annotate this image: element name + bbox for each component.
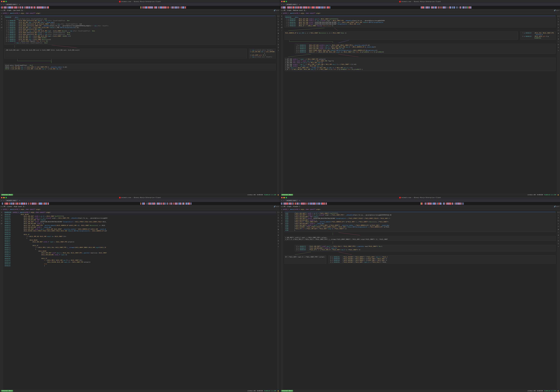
basic-block[interactable]: 12@00406175/*HLIL_VAR_INIT*/ void* eax_5… <box>295 245 556 251</box>
view-dropdown[interactable]: Linear <box>7 206 13 207</box>
sidebar-tool-icon[interactable]: ⊕ <box>1 21 2 23</box>
link-icon[interactable]: 🔗 <box>274 206 276 207</box>
code-line[interactable]: 00406184 if ({HLIL_CMP_E {HLIL_VAR eax_5… <box>4 259 276 261</box>
menu-icon[interactable]: ≡ <box>558 10 559 11</box>
code-line[interactable]: 10@00406130{MLIL_SET_VAR int32_t eax_2 =… <box>296 46 555 48</box>
entropy-map[interactable] <box>0 6 280 9</box>
basic-block[interactable]: L_SET_VAR int32_t* inptr = {MLIL_CONST_P… <box>284 58 556 71</box>
view-mode-icon[interactable]: ◎ <box>2 10 3 11</box>
code-line[interactable]: 0040614c {HLIL_VAR_INIT int32_t* inptr =… <box>4 241 276 243</box>
code-line[interactable]: 6136/*HLIL_ASSIGN*/ /*HLIL_STRUCT_FIELD*… <box>285 226 555 228</box>
menu-icon[interactable]: ≡ <box>278 206 279 207</box>
view-mode-icon[interactable]: ◎ <box>282 206 283 207</box>
function-header-row[interactable]: 00406100 int32_t _main(int32_t argc, cha… <box>4 211 276 213</box>
sidebar-tool-icon[interactable]: Q <box>558 47 559 48</box>
home-icon[interactable]: ⊡ <box>1 10 2 11</box>
file-tab[interactable]: animals.exe <box>5 3 18 5</box>
code-line[interactable]: 14@00406184/*HLIL_IF*/ if (/*HLIL_CMP_E*… <box>296 249 555 251</box>
minimize-icon[interactable] <box>283 197 285 198</box>
forward-icon[interactable]: → <box>283 199 284 201</box>
code-line[interactable]: 12@00406175/*HLIL_VAR_INIT*/ void* eax_5… <box>296 245 555 247</box>
code-line[interactable]: 6@00406111{LLIL_SET_REG esp = {LLIL_SUB … <box>5 30 275 32</box>
filetype-dropdown[interactable]: PE <box>4 206 7 207</box>
code-line[interactable]: 6110/*HLIL_VAR_DECLARE*/ TEB* fsbase; <box>285 216 555 218</box>
back-icon[interactable]: ← <box>281 199 282 201</box>
sidebar-tool-icon[interactable]: ▤ <box>1 18 2 20</box>
sidebar-tool-icon[interactable]: ⊕ <box>278 223 279 225</box>
sidebar-tool-icon[interactable]: ▣ <box>278 228 279 230</box>
file-tab[interactable]: animals.exe <box>285 199 298 202</box>
code-line[interactable]: 00406129 {HLIL_VAR_DECLARE int32_t __sav… <box>4 226 276 228</box>
link-icon[interactable]: 🔗 <box>554 206 556 207</box>
code-line[interactable]: // esp at block exit: StackFrameOffset: … <box>5 42 275 44</box>
sidebar-tool-icon[interactable]: TI <box>277 24 279 26</box>
function-signature[interactable]: ⊘ int32_t _main(int32_t argc, char const… <box>280 12 560 15</box>
code-line[interactable]: 9@00406119{LLIL_SET_REG edi = {LLIL_ADD … <box>5 35 275 37</box>
code-line[interactable]: 2@0040610a{MLIL_SET_VAR struct _EXCEPTIO… <box>285 22 555 23</box>
sidebar-tool-icon[interactable]: 〰 <box>558 237 559 239</box>
code-line[interactable]: 00406184 { <box>4 265 276 267</box>
sidebar-tool-icon[interactable]: TI <box>277 220 279 222</box>
function-signature[interactable]: ⊘ int32_t _main(int32_t argc, char const… <box>0 12 280 15</box>
filetype-dropdown[interactable]: PE <box>284 206 287 207</box>
basic-block[interactable]: L_VAR_INIT*/ int32_t* inptr = /*HLIL_CON… <box>284 236 556 241</box>
code-line[interactable]: 8@00406129{MLIL_GOTO goto 9 @ 0x40612b} <box>521 36 555 39</box>
minimize-icon[interactable] <box>3 197 5 198</box>
minimize-icon[interactable] <box>283 1 285 2</box>
code-line[interactable]: 004061a0 {HLIL_ASSIGN {HLIL_VAR inptr_9}… <box>4 261 276 263</box>
sidebar-tool-icon[interactable]: ▢ <box>558 35 559 37</box>
sidebar-tool-icon[interactable]: R <box>278 21 279 23</box>
sidebar-tool-icon[interactable]: {x} <box>557 15 560 17</box>
il-dropdown[interactable]: Low Level IL <box>13 10 24 11</box>
basic-block[interactable]: 00406100_main: 0@00406103{MLIL_SET_VAR i… <box>284 16 556 28</box>
filetype-dropdown[interactable]: PE <box>4 10 7 11</box>
view-dropdown[interactable]: Graph <box>287 206 293 207</box>
layout-icon[interactable]: ▤ <box>277 206 277 207</box>
sidebar-tool-icon[interactable]: 〰 <box>278 237 279 239</box>
link-icon[interactable]: 🔗 <box>274 10 276 11</box>
layout-icon[interactable]: ▤ <box>277 10 277 11</box>
sidebar-tool-icon[interactable]: 〰 <box>278 41 279 43</box>
sidebar-tool-icon[interactable]: L <box>558 18 559 20</box>
code-line[interactable]: 00406171 if ({HLIL_CMP_E {HLIL_CALL {HLI… <box>4 247 276 249</box>
sidebar-tool-icon[interactable]: AP <box>1 223 2 225</box>
code-line[interactable]: 2@00406103{LLIL_PUSH push({LLIL_ZX zx.d(… <box>5 23 275 25</box>
sidebar-tool-icon[interactable]: ▣ <box>558 32 559 34</box>
sidebar-tool-icon[interactable]: L <box>278 18 279 20</box>
sidebar-tool-icon[interactable]: 🏷 <box>558 29 559 31</box>
home-icon[interactable]: ⊡ <box>1 206 2 207</box>
il-dropdown[interactable]: High Level IL <box>14 206 26 207</box>
code-line[interactable]: // esp at block entry: StackFrameOffset:… <box>5 18 275 20</box>
code-line[interactable]: 0040614c {HLIL_BLOCK <box>4 239 276 241</box>
code-line[interactable]: 6140/*HLIL_IF*/ if (/*HLIL_CMP_SGE*/ /*H… <box>285 228 555 230</box>
file-tab[interactable]: animals.exe <box>285 3 298 5</box>
filetype-dropdown[interactable]: PE <box>284 10 287 11</box>
sidebar-tool-icon[interactable]: R <box>558 217 559 219</box>
maximize-icon[interactable] <box>5 197 7 198</box>
close-icon[interactable] <box>1 1 2 2</box>
code-line[interactable]: 6129/*HLIL_VAR_DECLARE*/ int32_t s; <box>285 219 555 221</box>
sidebar-tool-icon[interactable]: AP <box>281 223 283 225</box>
code-line[interactable]: 6130/*HLIL_VAR_INIT*/ int32_t eax_2 = /*… <box>285 225 555 226</box>
code-line[interactable]: 00406110 {HLIL_VAR_DECLARE TEB* fsbase} <box>4 219 276 221</box>
code-line[interactable]: 4@0040610a{LLIL_SET_REG eax = {LLIL_LOAD… <box>5 27 275 29</box>
view-mode-icon[interactable]: ◎ <box>282 10 283 11</box>
layout-icon[interactable]: ▤ <box>557 10 558 11</box>
new-tab-icon[interactable]: + <box>299 3 300 6</box>
sidebar-tool-icon[interactable]: ⊕ <box>281 217 282 219</box>
code-line[interactable]: 13@00406140{MLIL_IF if ({MLIL_CMP_SGE {M… <box>296 51 555 53</box>
sidebar-tool-icon[interactable]: ▣ <box>558 228 559 230</box>
code-line[interactable]: 7@00406129{MLIL_CALL {MLIL_CONST_PTR __b… <box>521 32 555 36</box>
sidebar-tool-icon[interactable]: L <box>558 214 559 216</box>
new-tab-icon[interactable]: + <box>19 3 20 6</box>
sidebar-tool-icon[interactable]: ▤ <box>1 214 2 216</box>
code-line[interactable]: 00406140 if ({HLIL_CMP_SGE {HLIL_VAR arg… <box>4 236 276 237</box>
code-line[interactable]: 1@00406101{LLIL_SET_REG ebp = {LLIL_REG … <box>5 22 275 23</box>
code-line[interactable]: 5@00406110{LLIL_PUSH push({LLIL_REG eax}… <box>5 28 275 30</box>
basic-block[interactable]: 00406100_main: // esp at block entry: St… <box>4 16 276 45</box>
sidebar-tool-icon[interactable]: ≡ <box>281 24 282 26</box>
basic-block[interactable]: _SUB {LLIL_REG edi} - {LLIL_LSL {LLIL_RE… <box>4 49 247 59</box>
graph-view[interactable]: 00406100_main: // esp at block entry: St… <box>3 15 277 194</box>
code-line[interactable]: 9@0040612b{MLIL_SET_VAR uint32_t eax_1 =… <box>296 44 555 46</box>
maximize-icon[interactable] <box>286 1 287 2</box>
